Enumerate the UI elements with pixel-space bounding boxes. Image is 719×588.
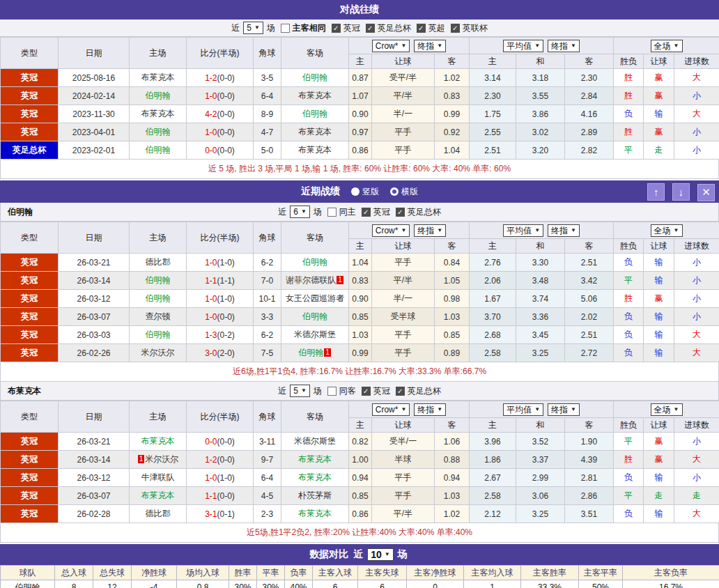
team0-league-checkbox-1[interactable]: ✓ (396, 208, 405, 217)
h2h-league-checkbox-3[interactable]: ✓ (451, 24, 460, 33)
team0-league-checkbox-0[interactable]: ✓ (362, 208, 371, 217)
move-up-button[interactable]: ↑ (647, 183, 665, 201)
comparison-value: 33.3% (521, 580, 579, 588)
full-time-score: 1-0 (205, 127, 217, 137)
avg-home: 3.70 (470, 308, 516, 326)
h2h-league-label-0: 英冠 (343, 23, 360, 33)
average-group-header: 平均值▼终指▼ (470, 38, 614, 54)
layout-radio-horizontal[interactable] (390, 187, 399, 196)
avg-draw: 3.36 (516, 308, 565, 326)
move-down-button[interactable]: ↓ (672, 183, 690, 201)
match-date: 26-03-03 (59, 326, 130, 344)
team1-scope-select[interactable]: 全场▼ (651, 403, 683, 416)
close-button[interactable]: ✕ (697, 184, 715, 201)
team0-final-index-select-value: 终指 (417, 226, 434, 235)
result-goals: 小 (674, 141, 719, 160)
odds-handicap: 平手 (372, 254, 435, 272)
avg-draw: 3.37 (516, 451, 565, 469)
h2h-league-label-3: 英联杯 (463, 23, 488, 33)
team-name: 伯明翰 (302, 257, 327, 267)
result-goals: 小 (674, 290, 719, 308)
match-date: 2025-08-16 (59, 69, 130, 87)
team0-league-label-1: 英足总杯 (408, 207, 441, 217)
h2h-same-checkbox[interactable] (281, 24, 290, 33)
column-header: 类型 (1, 401, 59, 433)
match-date: 26-02-26 (59, 344, 130, 362)
h2h-final-index-select[interactable]: 终指▼ (414, 40, 446, 52)
team-name: 伯明翰 (298, 348, 323, 357)
team-cell: 德比郡 (130, 505, 187, 523)
team1-league-checkbox-0[interactable]: ✓ (362, 387, 371, 396)
full-time-score: 0-0 (205, 146, 217, 155)
half-time-score: (0-0) (217, 455, 235, 465)
team-name: 伯明翰 (146, 275, 171, 285)
team-cell: 布莱克本 (130, 487, 187, 505)
full-time-score: 1-1 (205, 276, 217, 286)
comparison-games-select[interactable]: 10▼ (367, 548, 394, 561)
team1-final-index-select-2[interactable]: 终指▼ (548, 403, 580, 416)
result-outcome: 负 (614, 254, 644, 272)
comparison-column-header: 主客胜率 (521, 566, 579, 580)
h2h-final-index-select-value: 终指 (417, 41, 434, 51)
result-goals: 小 (674, 469, 719, 487)
odds-handicap: 平手 (372, 141, 435, 160)
h2h-games-select[interactable]: 5▼ (243, 22, 263, 34)
odds-away: 0.99 (435, 105, 470, 123)
corners: 4-7 (254, 123, 281, 141)
h2h-league-checkbox-1[interactable]: ✓ (366, 24, 375, 33)
odds-away: 1.04 (435, 141, 470, 160)
league-badge: 英冠 (1, 69, 59, 87)
team1-games-select[interactable]: 5▼ (290, 385, 310, 397)
corners: 3-5 (254, 69, 281, 87)
corners: 9-7 (254, 451, 281, 469)
team1-league-checkbox-1[interactable]: ✓ (396, 387, 405, 396)
avg-home: 2.30 (470, 87, 516, 105)
avg-draw: 3.55 (516, 87, 565, 105)
h2h-league-checkbox-2[interactable]: ✓ (417, 24, 426, 33)
odds-handicap: 平手 (372, 469, 435, 487)
result-handicap: 输 (644, 272, 674, 290)
h2h-league-checkbox-0[interactable]: ✓ (332, 24, 341, 33)
odds-home: 0.87 (349, 69, 372, 87)
h2h-scope-select[interactable]: 全场▼ (651, 40, 683, 52)
team-name: 伯明翰 (146, 330, 171, 339)
team0-games-select[interactable]: 6▼ (290, 206, 310, 218)
match-date: 26-03-07 (59, 308, 130, 326)
match-row: 英冠26-03-07查尔顿1-0(0-0)3-3伯明翰0.85受半球1.033.… (1, 308, 719, 326)
h2h-final-index-select-2[interactable]: 终指▼ (548, 40, 580, 52)
team1-final-index-select[interactable]: 终指▼ (414, 403, 446, 416)
sub-column-header: 客 (565, 54, 614, 69)
team-name: 德比郡 (146, 509, 171, 518)
h2h-bookmaker-select[interactable]: Crow*▼ (372, 40, 410, 52)
team0-same-checkbox[interactable] (327, 208, 337, 217)
sub-column-header: 和 (516, 54, 565, 69)
team0-final-index-select-2[interactable]: 终指▼ (548, 224, 580, 237)
avg-away: 2.51 (565, 326, 614, 344)
team1-average-select-value: 平均值 (507, 405, 532, 415)
league-badge: 英冠 (1, 326, 59, 344)
layout-radio-vertical[interactable] (351, 187, 360, 196)
h2h-average-select[interactable]: 平均值▼ (503, 40, 543, 52)
result-goals: 小 (674, 87, 719, 105)
result-outcome: 负 (614, 105, 644, 123)
team1-same-checkbox[interactable] (327, 387, 337, 396)
score-cell: 1-0(0-0) (187, 123, 254, 141)
score-cell: 1-0(0-0) (187, 308, 254, 326)
score-cell: 3-0(2-0) (187, 344, 254, 362)
team1-bookmaker-select[interactable]: Crow*▼ (372, 403, 410, 416)
comparison-value: 50% (579, 580, 623, 588)
team1-scope-select-value: 全场 (654, 405, 671, 415)
result-handicap: 输 (644, 326, 674, 344)
team1-average-select[interactable]: 平均值▼ (503, 403, 543, 416)
team0-bookmaker-select[interactable]: Crow*▼ (372, 224, 410, 237)
team0-average-select[interactable]: 平均值▼ (503, 224, 543, 237)
avg-away: 3.51 (565, 505, 614, 523)
half-time-score: (0-0) (217, 91, 235, 101)
team0-final-index-select[interactable]: 终指▼ (414, 224, 446, 237)
odds-away: 0.94 (435, 469, 470, 487)
team0-scope-select[interactable]: 全场▼ (651, 224, 683, 237)
comparison-value: 40% (285, 580, 313, 588)
team0-unit-label: 场 (314, 207, 322, 217)
recent-title-bar: 近期战绩 竖版 横版 ↑ ↓ ✕ (0, 180, 719, 203)
odds-handicap: 半球 (372, 451, 435, 469)
